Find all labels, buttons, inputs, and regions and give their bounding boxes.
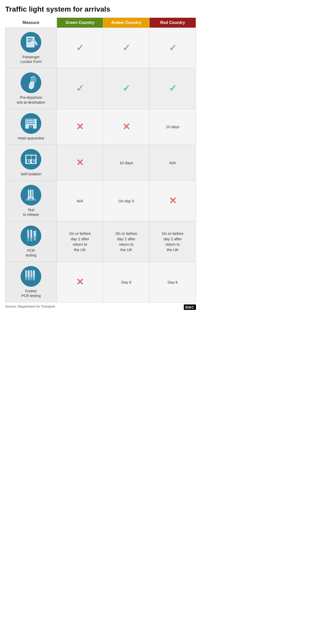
self-isolation-amber: 10 days: [103, 145, 150, 180]
measure-cell-hotel-quarantine: Hotel quarantine: [5, 109, 57, 145]
source-text: Source: Department for Transport: [5, 304, 55, 310]
red-country-header: Red Country: [150, 18, 196, 28]
passenger-locator-form-amber: ✓: [103, 28, 150, 68]
cell-value: On day 5: [118, 199, 134, 203]
further-pcr-testing-red: Day 8: [150, 262, 196, 302]
cross-mark: ✕: [122, 120, 130, 133]
svg-point-54: [27, 238, 29, 242]
svg-rect-15: [29, 119, 30, 120]
cell-value: On or before day 2 after return to the U…: [69, 231, 91, 252]
pcr-testing-green: On or before day 2 after return to the U…: [57, 221, 103, 262]
svg-rect-16: [30, 119, 31, 120]
measure-header: Measure: [5, 18, 57, 28]
svg-point-70: [30, 278, 32, 280]
svg-rect-18: [34, 119, 35, 120]
bbc-logo: BBC: [184, 304, 196, 310]
cell-value: 10 days: [120, 161, 133, 165]
further-pcr-testing-green: ✕: [57, 262, 103, 302]
svg-rect-3: [28, 40, 33, 40]
svg-rect-25: [26, 123, 27, 124]
svg-rect-23: [32, 121, 33, 122]
cross-mark: ✕: [76, 120, 84, 133]
self-isolation-red: N/A: [150, 145, 196, 180]
svg-rect-35: [26, 156, 31, 159]
passenger-locator-form-icon: [21, 32, 41, 53]
measure-cell-self-isolation: Self-isolation: [5, 145, 57, 180]
measure-cell-further-pcr-testing: Further PCR testing: [5, 262, 57, 302]
svg-point-64: [25, 278, 27, 280]
further-pcr-testing-icon: [21, 266, 41, 287]
cross-mark: ✕: [76, 156, 84, 169]
cell-value: N/A: [77, 199, 83, 203]
table-row: Further PCR testing ✕Day 8Day 8: [5, 262, 196, 302]
svg-rect-24: [34, 121, 35, 122]
svg-rect-60: [34, 238, 36, 241]
svg-rect-26: [27, 123, 28, 124]
test-to-release-red: ✕: [150, 181, 196, 221]
pcr-testing-icon: [21, 226, 41, 246]
table-row: PCR testing On or before day 2 after ret…: [5, 221, 196, 262]
hotel-quarantine-amber: ✕: [103, 109, 150, 145]
svg-rect-19: [26, 121, 27, 122]
table-row: Self-isolation ✕10 daysN/A: [5, 145, 196, 180]
page-title: Traffic light system for arrivals: [5, 5, 196, 13]
svg-point-40: [33, 160, 35, 162]
measure-cell-test-to-release: Test to release: [5, 181, 57, 221]
pcr-testing-label: PCR testing: [7, 248, 55, 258]
measure-cell-passenger-locator-form: Passenger Locator Form: [5, 28, 57, 68]
svg-rect-13: [26, 119, 27, 120]
svg-rect-32: [30, 126, 31, 127]
traffic-light-table: Measure Green Country Amber Country Red …: [5, 18, 196, 302]
svg-rect-21: [29, 121, 30, 122]
svg-point-57: [30, 238, 32, 242]
cell-value: Day 8: [121, 280, 131, 284]
cross-mark: ✕: [76, 276, 84, 288]
svg-point-49: [28, 198, 29, 200]
self-isolation-green: ✕: [57, 145, 103, 180]
check-mark: ✓: [122, 42, 130, 54]
footer: Source: Department for Transport BBC: [5, 304, 196, 310]
self-isolation-label: Self-isolation: [7, 172, 55, 176]
passenger-locator-form-label: Passenger Locator Form: [7, 55, 55, 64]
further-pcr-testing-amber: Day 8: [103, 262, 150, 302]
check-mark: ✓: [169, 82, 177, 95]
svg-rect-2: [28, 38, 33, 39]
test-to-release-label: Test to release: [7, 208, 55, 217]
hotel-quarantine-red: 10 days: [150, 109, 196, 145]
check-mark: ✓: [169, 42, 177, 54]
pcr-testing-red: On or before day 2 after return to the U…: [150, 221, 196, 262]
svg-rect-30: [34, 123, 35, 124]
cell-value: 10 days: [166, 125, 179, 129]
svg-point-73: [33, 278, 35, 280]
green-country-header: Green Country: [57, 18, 103, 28]
table-row: Hotel quarantine ✕✕10 days: [5, 109, 196, 145]
check-mark: ✓: [76, 82, 84, 95]
test-to-release-icon: [21, 185, 41, 205]
hotel-quarantine-green: ✕: [57, 109, 103, 145]
test-to-release-amber: On day 5: [103, 181, 150, 221]
self-isolation-icon: [21, 149, 41, 170]
svg-rect-27: [29, 123, 30, 124]
svg-rect-36: [31, 156, 36, 159]
passenger-locator-form-red: ✓: [150, 28, 196, 68]
pre-departure-test-red: ✓: [150, 68, 196, 109]
pcr-testing-amber: On or before day 2 after return to the U…: [103, 221, 150, 262]
passenger-locator-form-green: ✓: [57, 28, 103, 68]
cell-value: Day 8: [168, 280, 178, 284]
pre-departure-test-green: ✓: [57, 68, 103, 109]
svg-rect-29: [32, 123, 33, 124]
svg-rect-20: [27, 121, 28, 122]
svg-point-39: [28, 160, 29, 162]
svg-rect-14: [27, 119, 28, 120]
cell-value: On or before day 2 after return to the U…: [116, 231, 137, 252]
svg-rect-28: [30, 123, 31, 124]
check-mark: ✓: [122, 82, 130, 95]
svg-rect-17: [32, 119, 33, 120]
table-row: Test to release N/AOn day 5✕: [5, 181, 196, 221]
svg-point-67: [28, 278, 30, 280]
cell-value: N/A: [169, 161, 176, 165]
svg-rect-48: [26, 199, 36, 201]
cell-value: On or before day 2 after return to the U…: [162, 231, 183, 252]
check-mark: ✓: [76, 42, 84, 54]
pre-departure-test-amber: ✓: [103, 68, 150, 109]
